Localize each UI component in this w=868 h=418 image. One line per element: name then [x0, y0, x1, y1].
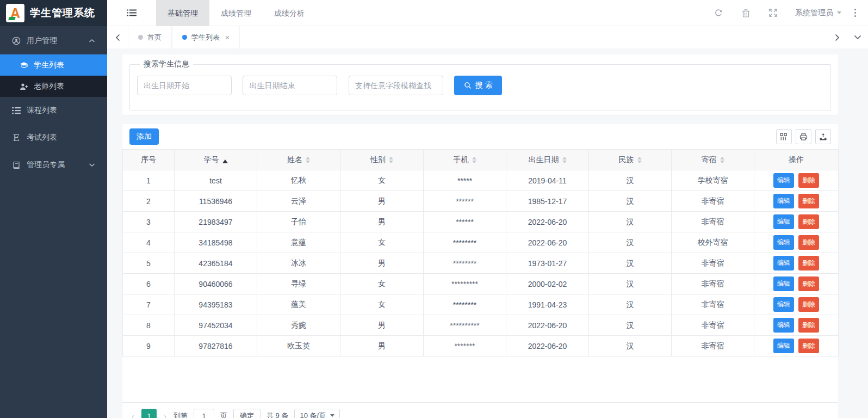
column-header[interactable]: 民族 — [589, 150, 672, 170]
sort-carets-icon[interactable] — [306, 155, 310, 165]
columns-icon — [780, 133, 788, 141]
cell-birth: 2022-06-20 — [506, 336, 589, 356]
birth-date-end-input[interactable] — [243, 76, 337, 95]
top-tab-grade-management[interactable]: 成绩管理 — [209, 0, 263, 26]
tags-scroll-left-button[interactable] — [107, 26, 128, 48]
pagination-confirm-button[interactable]: 确定 — [233, 409, 261, 418]
sidebar-item-course-list[interactable]: 课程列表 — [0, 97, 107, 124]
print-button[interactable] — [796, 129, 811, 144]
book-icon — [12, 161, 21, 169]
table-row: 1test忆秋女*****2019-04-11汉学校寄宿编辑删除 — [123, 170, 839, 191]
delete-button[interactable]: 删除 — [798, 194, 819, 208]
edit-button[interactable]: 编辑 — [773, 318, 794, 333]
delete-button[interactable]: 删除 — [798, 339, 819, 353]
column-header[interactable]: 性别 — [340, 150, 424, 170]
cell-no: 5 — [123, 253, 175, 274]
table-row: 794395183蕴美女********1991-04-23汉非寄宿编辑删除 — [123, 294, 839, 315]
delete-button[interactable]: 删除 — [798, 297, 819, 312]
delete-button[interactable]: 删除 — [798, 173, 819, 188]
column-header[interactable]: 学号 — [175, 150, 257, 170]
pagination-bar: ‹ 1 › 到第 页 确定 共 9 条 10 条/页 — [122, 402, 838, 418]
cell-boarding: 非寄宿 — [672, 191, 754, 212]
sidebar-collapse-button[interactable] — [107, 0, 156, 26]
user-circle-icon — [12, 36, 21, 45]
page-size-select[interactable]: 10 条/页 — [294, 409, 340, 418]
column-header-label: 姓名 — [287, 155, 302, 163]
sort-carets-icon[interactable] — [389, 155, 393, 165]
search-legend: 搜索学生信息 — [140, 59, 193, 69]
tag-home[interactable]: 首页 — [128, 26, 172, 48]
sort-carets-icon[interactable] — [720, 155, 724, 165]
edit-button[interactable]: 编辑 — [773, 214, 794, 229]
edit-button[interactable]: 编辑 — [773, 297, 794, 312]
user-dropdown[interactable]: 系统管理员 — [795, 8, 841, 18]
column-header[interactable]: 姓名 — [257, 150, 340, 170]
sort-carets-icon[interactable] — [637, 155, 642, 165]
add-button[interactable]: 添加 — [129, 128, 159, 145]
caret-down-icon — [837, 11, 841, 16]
logo-accent-shape — [8, 17, 16, 20]
sidebar-item-teacher-list[interactable]: 老师列表 — [0, 76, 107, 97]
tag-student-list[interactable]: 学生列表 × — [172, 26, 240, 48]
more-options-icon[interactable] — [854, 9, 856, 17]
cell-gender: 男 — [340, 253, 424, 274]
edit-button[interactable]: 编辑 — [773, 276, 794, 291]
column-header[interactable]: 寄宿 — [672, 150, 754, 170]
cell-birth: 2022-06-20 — [506, 315, 589, 336]
export-button[interactable] — [815, 129, 831, 144]
birth-date-start-input[interactable] — [137, 76, 232, 95]
column-header[interactable]: 出生日期 — [506, 150, 589, 170]
search-button[interactable]: 搜 索 — [454, 76, 502, 95]
top-tab-basic-management[interactable]: 基础管理 — [156, 0, 209, 26]
pagination-page-1[interactable]: 1 — [141, 409, 157, 418]
fuzzy-search-input[interactable] — [349, 76, 443, 95]
edit-button[interactable]: 编辑 — [773, 339, 794, 353]
export-icon — [819, 133, 827, 141]
sidebar-item-student-list[interactable]: 学生列表 — [0, 54, 107, 76]
delete-button[interactable]: 删除 — [798, 276, 819, 291]
tag-label: 首页 — [147, 33, 162, 42]
cell-no: 6 — [123, 274, 175, 294]
edit-button[interactable]: 编辑 — [773, 173, 794, 188]
refresh-icon[interactable] — [705, 9, 732, 17]
sidebar-item-user-management[interactable]: 用户管理 — [0, 27, 107, 54]
delete-button[interactable]: 删除 — [798, 235, 819, 250]
tags-bar-right — [827, 26, 868, 48]
trash-icon[interactable] — [732, 9, 759, 17]
cell-no: 2 — [123, 191, 175, 212]
delete-button[interactable]: 删除 — [798, 214, 819, 229]
tag-close-icon[interactable]: × — [225, 33, 230, 42]
cell-gender: 男 — [340, 336, 424, 356]
column-settings-button[interactable] — [776, 129, 792, 144]
sidebar-item-exam-list[interactable]: E 考试列表 — [0, 124, 107, 151]
cell-boarding: 校外寄宿 — [672, 232, 754, 253]
cell-birth: 2022-06-20 — [506, 212, 589, 232]
cell-student_id: 11536946 — [175, 191, 257, 212]
edit-button[interactable]: 编辑 — [773, 256, 794, 271]
sidebar-item-admin-exclusive[interactable]: 管理员专属 — [0, 151, 107, 179]
cell-student_id: 94395183 — [175, 294, 257, 315]
tags-scroll-right-button[interactable] — [827, 26, 847, 48]
main-area: 基础管理 成绩管理 成绩分析 系统管理员 首页 — [107, 0, 868, 418]
search-panel: 搜索学生信息 搜 索 — [122, 54, 838, 115]
sort-asc-icon[interactable] — [222, 157, 228, 163]
pagination-next-icon[interactable]: › — [163, 411, 168, 418]
fullscreen-icon[interactable] — [759, 9, 786, 17]
delete-button[interactable]: 删除 — [798, 256, 819, 271]
top-tab-grade-analysis[interactable]: 成绩分析 — [263, 0, 316, 26]
edit-button[interactable]: 编辑 — [773, 194, 794, 208]
app-logo-icon: A — [6, 4, 24, 22]
column-header[interactable]: 手机 — [424, 150, 506, 170]
cell-ethnic: 汉 — [589, 274, 672, 294]
edit-button[interactable]: 编辑 — [773, 235, 794, 250]
pagination-total-label: 共 9 条 — [266, 411, 288, 418]
cell-gender: 男 — [340, 315, 424, 336]
cell-name: 意蕴 — [257, 232, 340, 253]
tags-list-dropdown-button[interactable] — [847, 26, 868, 48]
sort-carets-icon[interactable] — [562, 155, 567, 165]
pagination-prev-icon[interactable]: ‹ — [131, 411, 135, 418]
delete-button[interactable]: 删除 — [798, 318, 819, 333]
sort-carets-icon[interactable] — [472, 155, 476, 165]
cell-no: 3 — [123, 212, 175, 232]
pagination-page-input[interactable] — [194, 409, 214, 418]
